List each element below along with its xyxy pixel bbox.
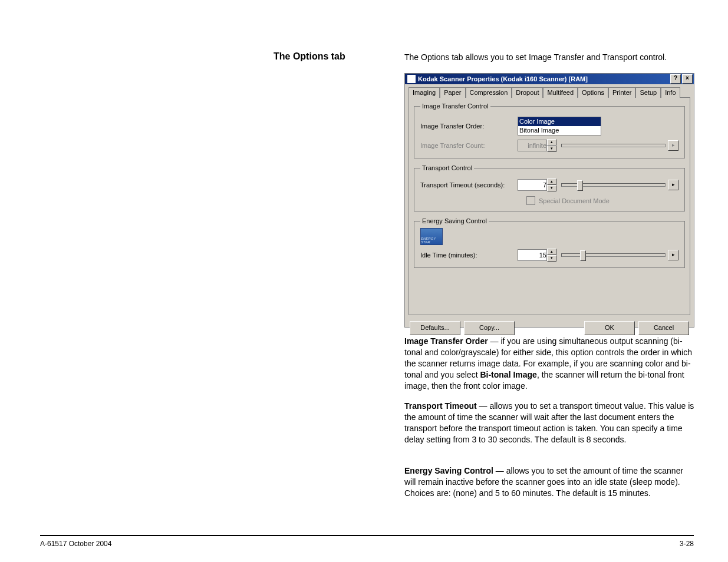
dialog-window: Kodak Scanner Properties (Kodak i160 Sca…	[404, 73, 694, 328]
footer-page-number: 3-28	[680, 540, 694, 548]
transport-timeout-input[interactable]: 7	[518, 179, 547, 191]
transport-timeout-slider[interactable]	[561, 180, 666, 190]
list-item[interactable]: Color Image	[518, 117, 601, 126]
slider-right-icon: ▸	[668, 140, 678, 151]
transfer-count-label: Image Transfer Count:	[420, 142, 518, 149]
app-icon	[407, 75, 416, 83]
idle-time-slider[interactable]	[561, 250, 666, 260]
spin-down-icon[interactable]: ▾	[547, 255, 556, 262]
energy-star-caption: ENERGY STAR	[421, 237, 442, 244]
spinner[interactable]: ▴ ▾	[547, 178, 556, 191]
tab-imaging[interactable]: Imaging	[409, 87, 440, 98]
defaults-button[interactable]: Defaults...	[410, 321, 460, 335]
paragraph-label: Transport Timeout	[404, 401, 477, 411]
transport-timeout-label: Transport Timeout (seconds):	[420, 181, 518, 189]
close-button[interactable]: ×	[682, 74, 693, 84]
transfer-count-input: infinite	[518, 140, 547, 151]
idle-time-value: 15	[539, 252, 546, 259]
spin-down-icon[interactable]: ▾	[547, 185, 556, 191]
footer-rule	[40, 535, 694, 536]
tab-compression[interactable]: Compression	[466, 87, 512, 98]
transfer-count-value: infinite	[528, 142, 546, 149]
special-mode-label: Special Document Mode	[539, 197, 610, 204]
section-title: The Options tab	[274, 51, 345, 62]
transfer-order-label: Image Transfer Order:	[420, 123, 518, 130]
group-legend: Image Transfer Control	[420, 103, 490, 110]
paragraph-energy-saving: Energy Saving Control — allows you to se…	[404, 465, 694, 499]
slider-right-icon[interactable]: ▸	[668, 180, 678, 190]
tab-dropout[interactable]: Dropout	[512, 87, 543, 98]
cancel-button[interactable]: Cancel	[638, 321, 689, 335]
group-energy: Energy Saving Control ENERGY STAR Idle T…	[414, 217, 685, 268]
group-image-transfer: Image Transfer Control Image Transfer Or…	[414, 103, 685, 158]
group-legend: Energy Saving Control	[420, 217, 489, 224]
slider-thumb[interactable]	[577, 180, 583, 191]
tab-options[interactable]: Options	[578, 87, 608, 98]
tab-printer[interactable]: Printer	[608, 87, 635, 98]
idle-time-input[interactable]: 15	[518, 249, 547, 261]
spin-up-icon: ▴	[547, 139, 556, 146]
group-transport: Transport Control Transport Timeout (sec…	[414, 164, 685, 211]
copy-button[interactable]: Copy...	[464, 321, 515, 335]
tab-info[interactable]: Info	[661, 87, 680, 98]
spin-up-icon[interactable]: ▴	[547, 178, 556, 185]
tab-multifeed[interactable]: Multifeed	[543, 87, 578, 98]
help-button[interactable]: ?	[670, 74, 681, 84]
energy-star-icon: ENERGY STAR	[420, 228, 443, 245]
transport-timeout-value: 7	[543, 181, 546, 189]
tab-strip: Imaging Paper Compression Dropout Multif…	[405, 84, 694, 97]
group-legend: Transport Control	[420, 164, 474, 171]
slider-right-icon[interactable]: ▸	[668, 250, 678, 260]
transfer-count-slider	[561, 140, 666, 151]
spinner: ▴ ▾	[547, 139, 556, 152]
window-title: Kodak Scanner Properties (Kodak i160 Sca…	[418, 75, 588, 82]
tab-paper[interactable]: Paper	[440, 87, 465, 98]
tab-panel: Image Transfer Control Image Transfer Or…	[409, 97, 690, 315]
intro-text: The Options tab allows you to set Image …	[404, 52, 667, 62]
paragraph-image-transfer-order: Image Transfer Order — if you are using …	[404, 336, 694, 391]
idle-time-label: Idle Time (minutes):	[420, 252, 518, 259]
footer-doc-id: A-61517 October 2004	[40, 540, 111, 548]
tab-setup[interactable]: Setup	[635, 87, 661, 98]
list-item[interactable]: Bitonal Image	[518, 126, 601, 135]
paragraph-label: Image Transfer Order	[404, 336, 488, 346]
slider-thumb[interactable]	[580, 250, 586, 261]
spin-down-icon: ▾	[547, 146, 556, 152]
special-mode-checkbox	[526, 196, 535, 205]
paragraph-transport-timeout: Transport Timeout — allows you to set a …	[404, 401, 694, 445]
transfer-order-listbox[interactable]: Color Image Bitonal Image	[518, 117, 601, 135]
paragraph-label: Energy Saving Control	[404, 466, 493, 475]
spinner[interactable]: ▴ ▾	[547, 249, 556, 262]
spin-up-icon[interactable]: ▴	[547, 249, 556, 255]
ok-button[interactable]: OK	[584, 321, 635, 335]
titlebar: Kodak Scanner Properties (Kodak i160 Sca…	[405, 74, 694, 84]
